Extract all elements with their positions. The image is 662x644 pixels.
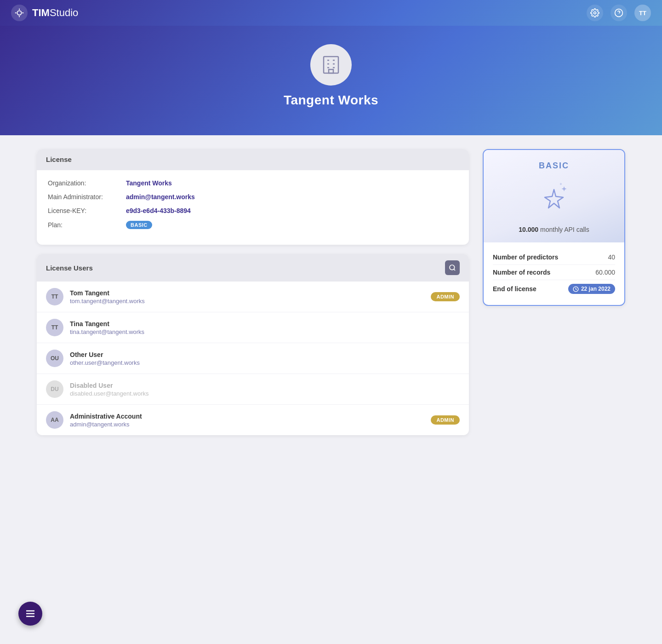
users-card-title: License Users [46,264,93,272]
license-card-title: License [46,155,72,163]
user-avatar: TT [46,288,63,305]
plan-api-calls: 10.000 monthly API calls [519,226,589,233]
user-avatar: AA [46,411,63,429]
plan-stat-row: End of license 22 jan 2022 [493,280,615,298]
user-email: disabled.user@tangent.works [70,390,460,397]
user-info: Other Userother.user@tangent.works [70,351,460,366]
user-email: tina.tangent@tangent.works [70,328,460,335]
key-label: License-KEY: [48,207,126,214]
user-name: Other User [70,351,460,358]
user-row[interactable]: DUDisabled Userdisabled.user@tangent.wor… [37,374,469,405]
plan-stat-value: 40 [608,253,615,261]
plan-label: Plan: [48,221,126,229]
user-row[interactable]: OUOther Userother.user@tangent.works [37,343,469,374]
plan-stat-row: Number of predictors40 [493,250,615,265]
end-of-license-badge: 22 jan 2022 [568,284,615,294]
license-card: License Organization: Tangent Works Main… [37,149,469,245]
admin-badge: ADMIN [431,292,460,301]
user-info: Disabled Userdisabled.user@tangent.works [70,382,460,397]
user-email: admin@tangent.works [70,421,431,428]
svg-point-0 [17,11,21,15]
plan-card-body: Number of predictors40Number of records6… [484,242,624,305]
main-content: License Organization: Tangent Works Main… [0,135,662,449]
header-actions: TT [587,5,651,21]
org-avatar [310,44,352,86]
help-button[interactable] [611,5,627,21]
users-card-header: License Users [37,254,469,282]
license-card-body: Organization: Tangent Works Main Adminis… [37,170,469,245]
user-avatar: TT [46,319,63,336]
plan-card: BASIC 10.000 monthly API calls Number of… [483,149,625,306]
plan-badge: BASIC [126,221,152,229]
user-row[interactable]: TTTina Tangenttina.tangent@tangent.works [37,312,469,343]
logo-icon [11,5,28,21]
plan-stat-value: 60.000 [595,269,615,276]
admin-row: Main Administrator: admin@tangent.works [48,193,458,201]
svg-line-13 [454,269,455,270]
plan-card-top: BASIC 10.000 monthly API calls [484,150,624,242]
svg-rect-11 [329,69,333,73]
plan-card-title: BASIC [539,161,569,171]
org-value: Tangent Works [126,179,172,187]
logo-text: TIMStudio [32,7,78,19]
svg-point-12 [450,265,455,270]
user-name: Administrative Account [70,413,431,420]
fab-menu-button[interactable] [18,602,42,626]
key-value: e9d3-e6d4-433b-8894 [126,207,191,214]
user-name: Tom Tangent [70,289,431,297]
user-avatar-button[interactable]: TT [634,5,651,21]
admin-label: Main Administrator: [48,193,126,201]
user-info: Tina Tangenttina.tangent@tangent.works [70,320,460,335]
plan-icon [536,178,572,217]
user-avatar: DU [46,380,63,398]
user-name: Disabled User [70,382,460,389]
plan-stat-row: Number of records60.000 [493,265,615,280]
plan-stat-label: Number of predictors [493,253,558,261]
svg-rect-4 [324,57,338,73]
header-logo-area: TIMStudio [11,5,78,21]
admin-value: admin@tangent.works [126,193,195,201]
plan-stat-label: Number of records [493,269,550,276]
org-row: Organization: Tangent Works [48,179,458,187]
user-row[interactable]: TTTom Tangenttom.tangent@tangent.worksAD… [37,282,469,312]
org-name: Tangent Works [284,93,378,108]
app-header: TIMStudio TT [0,0,662,26]
settings-button[interactable] [587,5,603,21]
license-card-header: License [37,149,469,170]
search-users-button[interactable] [445,260,460,275]
user-info: Tom Tangenttom.tangent@tangent.works [70,289,431,305]
user-info: Administrative Accountadmin@tangent.work… [70,413,431,428]
svg-point-1 [594,12,596,14]
user-name: Tina Tangent [70,320,460,328]
hero-section: Tangent Works [0,26,662,135]
plan-row: Plan: BASIC [48,221,458,229]
plan-stat-label: End of license [493,285,536,293]
users-list: TTTom Tangenttom.tangent@tangent.worksAD… [37,282,469,435]
user-email: other.user@tangent.works [70,359,460,366]
users-card: License Users TTTom Tangenttom.tangent@t… [37,254,469,435]
admin-badge: ADMIN [431,415,460,425]
user-row[interactable]: AAAdministrative Accountadmin@tangent.wo… [37,405,469,435]
key-row: License-KEY: e9d3-e6d4-433b-8894 [48,207,458,214]
user-email: tom.tangent@tangent.works [70,298,431,305]
user-avatar: OU [46,350,63,367]
left-column: License Organization: Tangent Works Main… [37,149,469,435]
org-label: Organization: [48,179,126,187]
